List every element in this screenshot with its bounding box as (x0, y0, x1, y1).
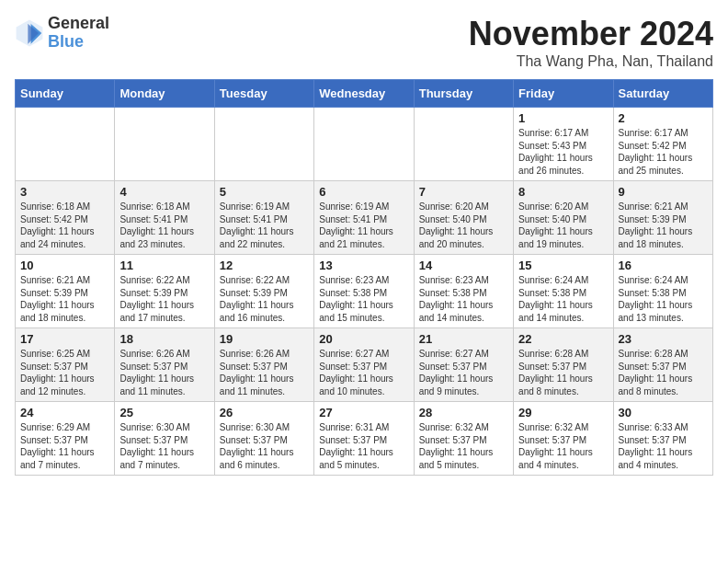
calendar-cell: 30Sunrise: 6:33 AM Sunset: 5:37 PM Dayli… (613, 402, 712, 476)
day-info: Sunrise: 6:32 AM Sunset: 5:37 PM Dayligh… (419, 421, 508, 471)
day-number: 29 (518, 406, 608, 419)
calendar-cell: 5Sunrise: 6:19 AM Sunset: 5:41 PM Daylig… (214, 181, 313, 255)
month-title: November 2024 (469, 15, 713, 53)
calendar-cell (115, 108, 214, 181)
day-info: Sunrise: 6:22 AM Sunset: 5:39 PM Dayligh… (220, 274, 309, 324)
header-day-sunday: Sunday (16, 80, 115, 108)
day-info: Sunrise: 6:19 AM Sunset: 5:41 PM Dayligh… (319, 201, 408, 250)
calendar-cell: 29Sunrise: 6:32 AM Sunset: 5:37 PM Dayli… (514, 402, 613, 476)
calendar-cell (314, 108, 414, 181)
calendar-cell: 8Sunrise: 6:20 AM Sunset: 5:40 PM Daylig… (514, 181, 613, 255)
header-day-thursday: Thursday (414, 80, 513, 108)
calendar-cell: 2Sunrise: 6:17 AM Sunset: 5:42 PM Daylig… (613, 108, 712, 181)
logo-blue-text: Blue (48, 33, 109, 52)
day-info: Sunrise: 6:23 AM Sunset: 5:38 PM Dayligh… (319, 274, 408, 324)
day-info: Sunrise: 6:25 AM Sunset: 5:37 PM Dayligh… (20, 348, 109, 397)
calendar-week-3: 17Sunrise: 6:25 AM Sunset: 5:37 PM Dayli… (16, 328, 713, 402)
day-info: Sunrise: 6:20 AM Sunset: 5:40 PM Dayligh… (419, 201, 508, 250)
header-day-tuesday: Tuesday (214, 80, 313, 108)
day-info: Sunrise: 6:30 AM Sunset: 5:37 PM Dayligh… (220, 421, 309, 471)
header-day-saturday: Saturday (613, 80, 712, 108)
day-info: Sunrise: 6:29 AM Sunset: 5:37 PM Dayligh… (20, 421, 109, 471)
day-info: Sunrise: 6:18 AM Sunset: 5:41 PM Dayligh… (119, 201, 209, 250)
calendar-cell: 19Sunrise: 6:26 AM Sunset: 5:37 PM Dayli… (214, 328, 313, 402)
calendar-cell: 22Sunrise: 6:28 AM Sunset: 5:37 PM Dayli… (514, 328, 613, 402)
calendar-cell: 12Sunrise: 6:22 AM Sunset: 5:39 PM Dayli… (214, 255, 313, 328)
calendar-week-2: 10Sunrise: 6:21 AM Sunset: 5:39 PM Dayli… (16, 255, 713, 328)
calendar-table: SundayMondayTuesdayWednesdayThursdayFrid… (15, 79, 713, 476)
day-info: Sunrise: 6:21 AM Sunset: 5:39 PM Dayligh… (20, 274, 109, 324)
day-info: Sunrise: 6:22 AM Sunset: 5:39 PM Dayligh… (119, 274, 209, 324)
calendar-cell: 16Sunrise: 6:24 AM Sunset: 5:38 PM Dayli… (613, 255, 712, 328)
calendar-cell: 13Sunrise: 6:23 AM Sunset: 5:38 PM Dayli… (314, 255, 414, 328)
day-info: Sunrise: 6:32 AM Sunset: 5:37 PM Dayligh… (518, 421, 608, 471)
day-number: 14 (419, 259, 508, 272)
day-info: Sunrise: 6:24 AM Sunset: 5:38 PM Dayligh… (619, 274, 708, 324)
calendar-cell: 18Sunrise: 6:26 AM Sunset: 5:37 PM Dayli… (115, 328, 214, 402)
day-number: 2 (619, 111, 708, 125)
day-info: Sunrise: 6:26 AM Sunset: 5:37 PM Dayligh… (119, 348, 209, 397)
day-info: Sunrise: 6:30 AM Sunset: 5:37 PM Dayligh… (119, 421, 209, 471)
day-number: 19 (220, 332, 309, 346)
calendar-cell: 3Sunrise: 6:18 AM Sunset: 5:42 PM Daylig… (16, 181, 115, 255)
calendar-cell: 27Sunrise: 6:31 AM Sunset: 5:37 PM Dayli… (314, 402, 414, 476)
calendar-cell: 25Sunrise: 6:30 AM Sunset: 5:37 PM Dayli… (115, 402, 214, 476)
day-info: Sunrise: 6:27 AM Sunset: 5:37 PM Dayligh… (419, 348, 508, 397)
day-number: 28 (419, 406, 508, 419)
day-info: Sunrise: 6:17 AM Sunset: 5:42 PM Dayligh… (619, 127, 708, 177)
calendar-cell (16, 108, 115, 181)
calendar-cell: 11Sunrise: 6:22 AM Sunset: 5:39 PM Dayli… (115, 255, 214, 328)
calendar-cell: 1Sunrise: 6:17 AM Sunset: 5:43 PM Daylig… (514, 108, 613, 181)
calendar-cell: 23Sunrise: 6:28 AM Sunset: 5:37 PM Dayli… (613, 328, 712, 402)
day-info: Sunrise: 6:27 AM Sunset: 5:37 PM Dayligh… (319, 348, 408, 397)
day-number: 6 (319, 185, 408, 199)
day-info: Sunrise: 6:18 AM Sunset: 5:42 PM Dayligh… (20, 201, 109, 250)
calendar-header: SundayMondayTuesdayWednesdayThursdayFrid… (16, 80, 713, 108)
calendar-cell: 21Sunrise: 6:27 AM Sunset: 5:37 PM Dayli… (414, 328, 513, 402)
calendar-cell: 28Sunrise: 6:32 AM Sunset: 5:37 PM Dayli… (414, 402, 513, 476)
header-row: SundayMondayTuesdayWednesdayThursdayFrid… (16, 80, 713, 108)
day-number: 8 (518, 185, 608, 199)
calendar-cell: 14Sunrise: 6:23 AM Sunset: 5:38 PM Dayli… (414, 255, 513, 328)
header-day-friday: Friday (514, 80, 613, 108)
logo-icon (15, 18, 44, 48)
calendar-week-1: 3Sunrise: 6:18 AM Sunset: 5:42 PM Daylig… (16, 181, 713, 255)
day-number: 18 (119, 332, 209, 346)
day-number: 1 (518, 111, 608, 125)
day-number: 15 (518, 259, 608, 272)
page-header: General Blue November 2024 Tha Wang Pha,… (15, 15, 713, 70)
calendar-cell: 4Sunrise: 6:18 AM Sunset: 5:41 PM Daylig… (115, 181, 214, 255)
day-number: 24 (20, 406, 109, 419)
day-info: Sunrise: 6:24 AM Sunset: 5:38 PM Dayligh… (518, 274, 608, 324)
day-info: Sunrise: 6:26 AM Sunset: 5:37 PM Dayligh… (220, 348, 309, 397)
calendar-body: 1Sunrise: 6:17 AM Sunset: 5:43 PM Daylig… (16, 108, 713, 476)
calendar-cell: 9Sunrise: 6:21 AM Sunset: 5:39 PM Daylig… (613, 181, 712, 255)
logo-general-text: General (48, 15, 109, 33)
day-number: 5 (220, 185, 309, 199)
day-number: 22 (518, 332, 608, 346)
header-day-monday: Monday (115, 80, 214, 108)
day-info: Sunrise: 6:17 AM Sunset: 5:43 PM Dayligh… (518, 127, 608, 177)
calendar-cell: 26Sunrise: 6:30 AM Sunset: 5:37 PM Dayli… (214, 402, 313, 476)
location-title: Tha Wang Pha, Nan, Thailand (469, 53, 713, 70)
day-number: 17 (20, 332, 109, 346)
day-number: 12 (220, 259, 309, 272)
day-number: 7 (419, 185, 508, 199)
day-info: Sunrise: 6:21 AM Sunset: 5:39 PM Dayligh… (619, 201, 708, 250)
day-number: 16 (619, 259, 708, 272)
calendar-cell: 10Sunrise: 6:21 AM Sunset: 5:39 PM Dayli… (16, 255, 115, 328)
day-number: 26 (220, 406, 309, 419)
calendar-cell: 7Sunrise: 6:20 AM Sunset: 5:40 PM Daylig… (414, 181, 513, 255)
calendar-week-4: 24Sunrise: 6:29 AM Sunset: 5:37 PM Dayli… (16, 402, 713, 476)
day-number: 20 (319, 332, 408, 346)
day-info: Sunrise: 6:20 AM Sunset: 5:40 PM Dayligh… (518, 201, 608, 250)
title-block: November 2024 Tha Wang Pha, Nan, Thailan… (469, 15, 713, 70)
logo: General Blue (15, 15, 109, 52)
calendar-week-0: 1Sunrise: 6:17 AM Sunset: 5:43 PM Daylig… (16, 108, 713, 181)
day-number: 4 (119, 185, 209, 199)
day-info: Sunrise: 6:28 AM Sunset: 5:37 PM Dayligh… (518, 348, 608, 397)
day-number: 21 (419, 332, 508, 346)
calendar-cell: 6Sunrise: 6:19 AM Sunset: 5:41 PM Daylig… (314, 181, 414, 255)
day-number: 3 (20, 185, 109, 199)
day-number: 30 (619, 406, 708, 419)
